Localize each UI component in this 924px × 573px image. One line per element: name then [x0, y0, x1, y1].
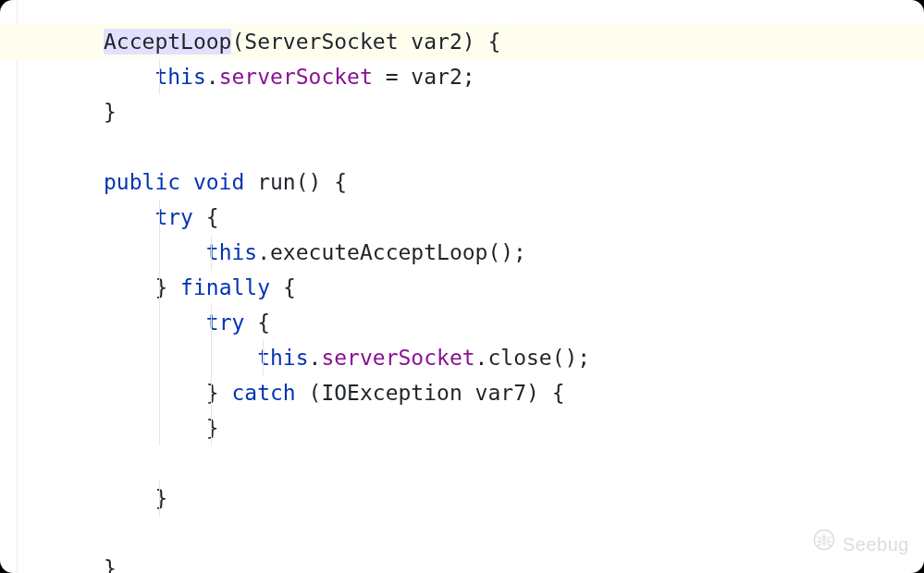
code-line: this.serverSocket.close(); [0, 340, 924, 375]
indent-guide [159, 375, 160, 410]
code-token: { [244, 311, 270, 335]
indent-guide [159, 481, 160, 516]
code-token: catch [231, 381, 295, 405]
code-line [0, 129, 924, 165]
code-token: { [270, 275, 296, 299]
code-token: this [257, 346, 308, 370]
code-token: .close(); [475, 346, 591, 370]
indent-guide [211, 340, 212, 375]
code-token: } [154, 486, 167, 510]
code-line: } [0, 94, 924, 129]
indent-guide [211, 235, 212, 270]
code-token: finally [180, 275, 270, 299]
code-line: this.serverSocket = var2; [0, 59, 924, 94]
code-token: } [206, 381, 232, 405]
code-line: public void run() { [0, 165, 924, 200]
code-line: } finally { [0, 270, 924, 305]
code-token: serverSocket [219, 65, 373, 89]
indent-guide [263, 340, 264, 375]
code-token: serverSocket [321, 346, 474, 370]
code-line: AcceptLoop(ServerSocket var2) { [0, 24, 924, 59]
indent-guide [159, 340, 160, 375]
code-line: } catch (IOException var7) { [0, 375, 924, 410]
code-token: } [206, 416, 219, 440]
code-line: } [0, 410, 924, 445]
indent-guide [159, 235, 160, 270]
code-token: try [154, 205, 193, 229]
code-token: this [206, 240, 257, 264]
code-token: . [309, 346, 322, 370]
indent-guide [159, 305, 160, 340]
code-line: try { [0, 305, 924, 340]
code-token: . [206, 65, 219, 89]
code-token: (ServerSocket var2) { [231, 30, 500, 54]
code-token: AcceptLoop [104, 29, 231, 55]
code-token: this [154, 65, 205, 89]
code-line: try { [0, 200, 924, 235]
indent-guide [159, 410, 160, 445]
indent-guide [211, 305, 212, 340]
code-token: try [206, 311, 245, 335]
indent-guide [159, 200, 160, 235]
indent-guide [211, 410, 212, 445]
indent-guide [159, 59, 160, 94]
code-token: } [104, 556, 117, 573]
code-token: () { [296, 170, 347, 194]
indent-guide [159, 270, 160, 305]
code-token: run [257, 170, 296, 194]
code-token: public void [104, 170, 257, 194]
code-token: .executeAcceptLoop(); [257, 240, 526, 264]
code-line: this.executeAcceptLoop(); [0, 235, 924, 270]
code-token: = var2; [373, 65, 475, 89]
code-line [0, 516, 924, 551]
code-line: } [0, 551, 924, 573]
code-line [0, 445, 924, 481]
code-lines: AcceptLoop(ServerSocket var2) { this.ser… [0, 24, 924, 573]
code-line: } [0, 481, 924, 516]
code-token: { [193, 205, 219, 229]
code-token: } [104, 100, 117, 124]
code-token: (IOException var7) { [296, 381, 565, 405]
indent-guide [211, 375, 212, 410]
code-editor: AcceptLoop(ServerSocket var2) { this.ser… [0, 0, 924, 573]
